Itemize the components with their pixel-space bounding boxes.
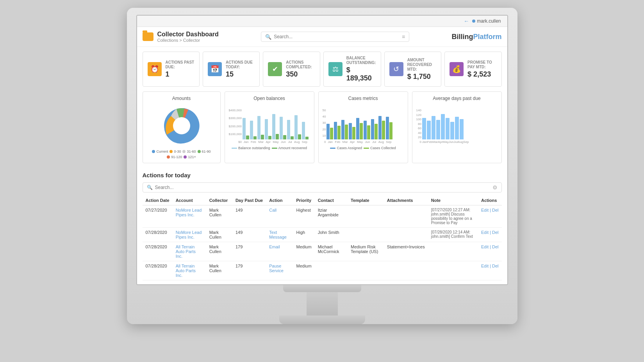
row-action-date: 07/28/2020 <box>143 261 173 280</box>
del-link[interactable]: Del <box>492 264 499 268</box>
action-link[interactable]: Pause Service <box>269 264 284 273</box>
filter-icon[interactable]: ≡ <box>402 34 405 40</box>
del-link[interactable]: Del <box>492 208 499 212</box>
kpi-card-promise: 💰 PROMISE TO PAY MTD: $ 2,523 <box>444 52 501 87</box>
kpi-value-recovered: $ 1,750 <box>407 73 436 81</box>
kpi-card-past-due: ⏰ ACTIONS PAST DUE: 1 <box>143 52 200 87</box>
action-link[interactable]: Email <box>269 244 280 249</box>
account-link[interactable]: All Terrain Auto Parts Inc. <box>176 244 196 259</box>
page-header: Collector Dashboard Collections > Collec… <box>137 27 507 47</box>
monitor-screen: ← mark.cullen Collector Dashboard Collec… <box>136 15 508 285</box>
kpi-icon-balance: ⚖ <box>328 62 343 76</box>
cases-bars <box>326 104 392 139</box>
row-dpd: 179 <box>232 261 266 280</box>
row-account: NoMore Lead Pipes Inc. <box>173 228 206 242</box>
row-account: NoMore Lead Pipes Inc. <box>173 205 206 228</box>
row-attachments <box>384 228 428 242</box>
amounts-chart-area <box>147 104 216 147</box>
row-template: Medium Risk Template (US) <box>348 242 384 261</box>
cases-legend: Cases Assigned Cases Collected <box>323 146 404 150</box>
row-actions: Edit | Del <box>478 205 502 228</box>
row-priority: Highest <box>293 205 315 228</box>
user-status-dot <box>472 20 475 23</box>
col-action: Action <box>266 196 293 205</box>
row-priority: Medium <box>293 261 315 280</box>
actions-search-input[interactable] <box>155 185 233 190</box>
global-search-bar[interactable]: 🔍 ≡ <box>261 32 409 42</box>
open-balances-legend: Balance outstanding Amount recovered <box>229 146 310 150</box>
row-actions: Edit | Del <box>478 261 502 280</box>
col-contact: Contact <box>315 196 348 205</box>
row-attachments <box>384 261 428 280</box>
actions-table-header: Action Date Account Collector Day Past D… <box>143 196 502 205</box>
page-title-section: Collector Dashboard Collections > Collec… <box>143 31 219 43</box>
kpi-value-past-due: 1 <box>166 70 194 78</box>
table-row: 07/28/2020 All Terrain Auto Parts Inc. M… <box>143 242 502 261</box>
actions-table-body: 07/27/2020 NoMore Lead Pipes Inc. Mark C… <box>143 205 502 280</box>
row-collector: Mark Cullen <box>206 228 232 242</box>
edit-link[interactable]: Edit <box>481 230 489 235</box>
kpi-icon-completed: ✔ <box>268 62 282 76</box>
avg-days-bars <box>422 104 469 139</box>
row-actions: Edit | Del <box>478 242 502 261</box>
row-collector: Mark Cullen <box>206 261 232 280</box>
search-input[interactable] <box>274 34 399 39</box>
kpi-value-balance: $ 189,350 <box>346 66 376 82</box>
logo-area: BillingPlatform <box>451 33 501 41</box>
del-link[interactable]: Del <box>492 244 499 249</box>
monitor-stand-top <box>283 285 361 292</box>
page-title: Collector Dashboard <box>157 31 219 38</box>
avg-days-chart: Average days past due 140 120 100 80 60 … <box>412 91 502 163</box>
kpi-icon-due-today: 📅 <box>208 62 222 76</box>
actions-table: Action Date Account Collector Day Past D… <box>143 196 502 280</box>
row-action: Text Message <box>266 228 293 242</box>
open-balances-title: Open balances <box>229 96 310 101</box>
account-link[interactable]: All Terrain Auto Parts Inc. <box>176 264 196 278</box>
monitor-stand-base <box>279 316 365 324</box>
kpi-info-due-today: ACTIONS DUE TODAY: 15 <box>226 60 255 78</box>
actions-search-inner: 🔍 <box>147 185 233 190</box>
open-balances-bars <box>243 104 309 139</box>
kpi-value-completed: 350 <box>286 70 315 78</box>
row-note <box>428 242 478 261</box>
actions-filter-icon[interactable]: ⚙ <box>492 184 498 191</box>
kpi-info-completed: ACTIONS COMPLETED: 350 <box>286 60 315 78</box>
kpi-card-completed: ✔ ACTIONS COMPLETED: 350 <box>263 52 320 87</box>
table-row: 07/27/2020 NoMore Lead Pipes Inc. Mark C… <box>143 205 502 228</box>
edit-link[interactable]: Edit <box>481 244 489 249</box>
avg-days-title: Average days past due <box>416 96 498 101</box>
row-contact <box>315 261 348 280</box>
row-account: All Terrain Auto Parts Inc. <box>173 261 206 280</box>
back-button[interactable]: ← <box>464 18 469 24</box>
col-priority: Priority <box>293 196 315 205</box>
monitor-stand-neck <box>307 292 338 316</box>
row-collector: Mark Cullen <box>206 205 232 228</box>
kpi-label-promise: PROMISE TO PAY MTD: <box>467 60 496 70</box>
action-link[interactable]: Text Message <box>269 230 287 239</box>
col-attachments: Attachments <box>384 196 428 205</box>
username-label: mark.cullen <box>477 18 501 24</box>
row-contact: Itziar Argambide <box>315 205 348 228</box>
row-contact: Michael McCormick <box>315 242 348 261</box>
row-note: [07/28/2020 12:14 AM: john.smith] Confir… <box>428 228 478 242</box>
edit-link[interactable]: Edit <box>481 264 489 268</box>
row-account: All Terrain Auto Parts Inc. <box>173 242 206 261</box>
row-template <box>348 205 384 228</box>
row-note <box>428 261 478 280</box>
actions-search-bar[interactable]: 🔍 ⚙ <box>143 182 502 193</box>
avg-days-x-labels: JanFebMarAprMayJunJulAugSep <box>422 140 469 144</box>
row-action-date: 07/28/2020 <box>143 242 173 261</box>
row-attachments: Statement+Invoices <box>384 242 428 261</box>
row-template <box>348 228 384 242</box>
action-link[interactable]: Call <box>269 208 277 212</box>
account-link[interactable]: NoMore Lead Pipes Inc. <box>176 230 202 239</box>
kpi-label-recovered: AMOUNT RECOVERED MTD: <box>407 58 436 72</box>
kpi-section: ⏰ ACTIONS PAST DUE: 1 📅 ACTIONS DUE TODA… <box>137 47 507 91</box>
del-link[interactable]: Del <box>492 230 499 235</box>
open-balances-x-labels: JanFebMarAprMayJunJulAugSep <box>243 140 309 144</box>
kpi-label-past-due: ACTIONS PAST DUE: <box>166 60 194 70</box>
edit-link[interactable]: Edit <box>481 208 489 212</box>
row-attachments <box>384 205 428 228</box>
account-link[interactable]: NoMore Lead Pipes Inc. <box>176 208 202 217</box>
kpi-label-balance: BALANCE OUTSTANDING: <box>346 56 376 65</box>
